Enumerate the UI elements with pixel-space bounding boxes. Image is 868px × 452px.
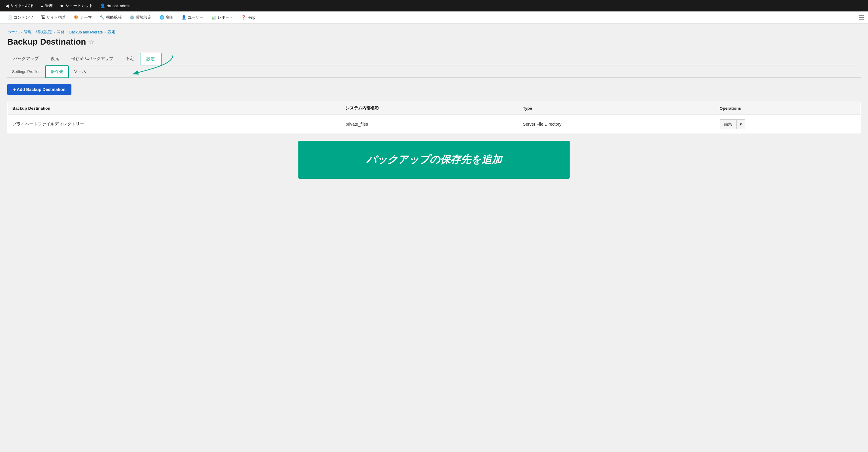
admin-toolbar: ◀ サイトへ戻る ≡ 管理 ★ ショートカット 👤 drupal_admin	[0, 0, 868, 11]
sidebar-toggle-icon[interactable]	[859, 15, 864, 20]
settings-profiles-label: Settings Profiles	[10, 66, 45, 77]
nav-translate[interactable]: 🌐 翻訳	[156, 12, 177, 23]
favorite-star-icon[interactable]: ☆	[89, 38, 94, 45]
table-header-row: Backup Destination システム内部名称 Type Operati…	[7, 102, 861, 115]
col-header-type: Type	[518, 102, 715, 115]
tab-restore[interactable]: 復元	[44, 53, 65, 64]
tab-schedule[interactable]: 予定	[119, 53, 140, 64]
cell-type: Server File Directory	[518, 115, 715, 133]
menu-icon: ≡	[41, 3, 43, 8]
breadcrumb-sep-1: ›	[21, 30, 22, 34]
secondary-nav: 📄 コンテンツ 🏗 サイト構造 🎨 テーマ 🔧 機能拡張 ⚙️ 環境設定 🌐 翻…	[0, 11, 868, 24]
nav-appearance[interactable]: 🎨 テーマ	[70, 12, 96, 23]
breadcrumb-dev[interactable]: 開発	[57, 30, 64, 35]
breadcrumb-sep-3: ›	[54, 30, 55, 34]
cell-operations: 編集 ▼	[715, 115, 861, 133]
back-icon: ◀	[5, 3, 9, 8]
nav-reports[interactable]: 📊 レポート	[208, 12, 237, 23]
add-backup-destination-button[interactable]: + Add Backup Destination	[7, 84, 71, 95]
reports-icon: 📊	[211, 15, 216, 20]
appearance-icon: 🎨	[74, 15, 79, 20]
edit-button[interactable]: 編集	[720, 119, 736, 129]
secondary-tabs: Settings Profiles 保存先 ソース	[7, 65, 861, 78]
users-icon: 👤	[181, 15, 186, 20]
extend-icon: 🔧	[100, 15, 104, 20]
col-header-destination: Backup Destination	[7, 102, 341, 115]
back-to-site-button[interactable]: ◀ サイトへ戻る	[2, 1, 37, 10]
structure-icon: 🏗	[41, 15, 45, 20]
primary-tabs: バックアップ 復元 保存済みバックアップ 予定 設定	[7, 53, 861, 65]
nav-help[interactable]: ❓ Help	[238, 13, 259, 22]
nav-right	[859, 15, 864, 20]
tab-settings[interactable]: 設定	[140, 53, 161, 65]
nav-users[interactable]: 👤 ユーザー	[178, 12, 207, 23]
tab-backup[interactable]: バックアップ	[7, 53, 44, 64]
tab-source[interactable]: ソース	[69, 66, 91, 77]
backup-destinations-table: Backup Destination システム内部名称 Type Operati…	[7, 102, 861, 133]
cell-destination-name: プライベートファイルディレクトリー	[7, 115, 341, 133]
chevron-down-icon: ▼	[739, 122, 743, 127]
breadcrumb-backup-migrate[interactable]: Backup and Migrate	[69, 30, 103, 34]
breadcrumb-config[interactable]: 環境設定	[36, 30, 52, 35]
nav-extend[interactable]: 🔧 機能拡張	[96, 12, 125, 23]
breadcrumb-sep-2: ›	[33, 30, 35, 34]
page-title-area: Backup Destination ☆	[7, 37, 861, 47]
promo-banner: バックアップの保存先を追加	[299, 141, 569, 179]
user-menu-button[interactable]: 👤 drupal_admin	[97, 1, 133, 10]
tab-saved-backups[interactable]: 保存済みバックアップ	[65, 53, 119, 64]
cell-machine-name: private_files	[341, 115, 518, 133]
config-icon: ⚙️	[130, 15, 134, 20]
contents-icon: 📄	[7, 15, 12, 20]
star-toolbar-icon: ★	[60, 3, 64, 8]
nav-contents[interactable]: 📄 コンテンツ	[4, 12, 37, 23]
breadcrumb-settings[interactable]: 設定	[107, 30, 116, 35]
main-content: ホーム › 管理 › 環境設定 › 開発 › Backup and Migrat…	[0, 24, 868, 452]
page-title: Backup Destination	[7, 37, 86, 47]
table-row: プライベートファイルディレクトリー private_files Server F…	[7, 115, 861, 133]
tab-destination[interactable]: 保存先	[45, 65, 69, 78]
help-icon: ❓	[241, 15, 246, 20]
translate-icon: 🌐	[159, 15, 164, 20]
breadcrumb-home[interactable]: ホーム	[7, 30, 19, 35]
nav-structure[interactable]: 🏗 サイト構造	[37, 12, 70, 23]
operations-dropdown-button[interactable]: ▼	[736, 119, 746, 129]
tabs-wrapper: バックアップ 復元 保存済みバックアップ 予定 設定	[7, 53, 861, 78]
breadcrumb-sep-5: ›	[104, 30, 106, 34]
breadcrumb-sep-4: ›	[66, 30, 67, 34]
col-header-machine-name: システム内部名称	[341, 102, 518, 115]
shortcuts-button[interactable]: ★ ショートカット	[57, 1, 96, 10]
operations-button-group: 編集 ▼	[720, 119, 746, 129]
col-header-operations: Operations	[715, 102, 861, 115]
user-icon: 👤	[100, 3, 105, 8]
nav-config[interactable]: ⚙️ 環境設定	[126, 12, 155, 23]
manage-menu-button[interactable]: ≡ 管理	[38, 1, 56, 10]
breadcrumb: ホーム › 管理 › 環境設定 › 開発 › Backup and Migrat…	[7, 30, 861, 35]
breadcrumb-manage[interactable]: 管理	[24, 30, 32, 35]
banner-text: バックアップの保存先を追加	[306, 153, 562, 167]
